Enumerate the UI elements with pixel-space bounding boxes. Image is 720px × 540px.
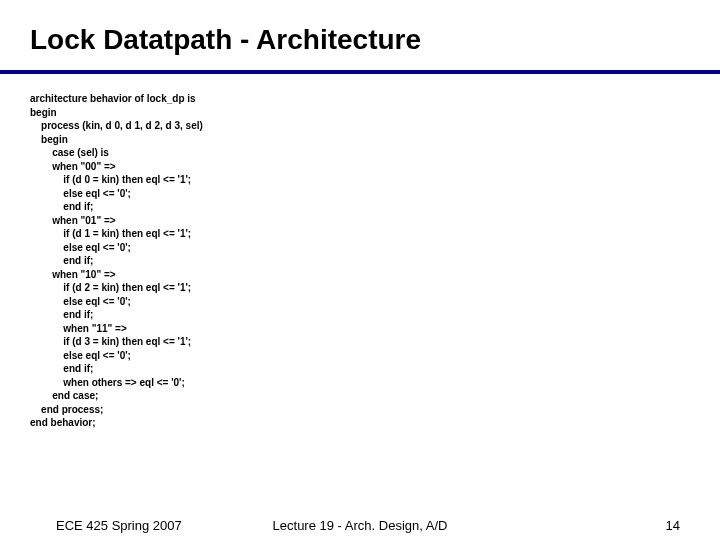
footer-lecture: Lecture 19 - Arch. Design, A/D [273, 518, 448, 533]
footer-course: ECE 425 Spring 2007 [56, 518, 182, 533]
vhdl-code-block: architecture behavior of lock_dp is begi… [0, 74, 720, 430]
footer-page-number: 14 [666, 518, 680, 533]
slide-title: Lock Datatpath - Architecture [0, 0, 720, 64]
